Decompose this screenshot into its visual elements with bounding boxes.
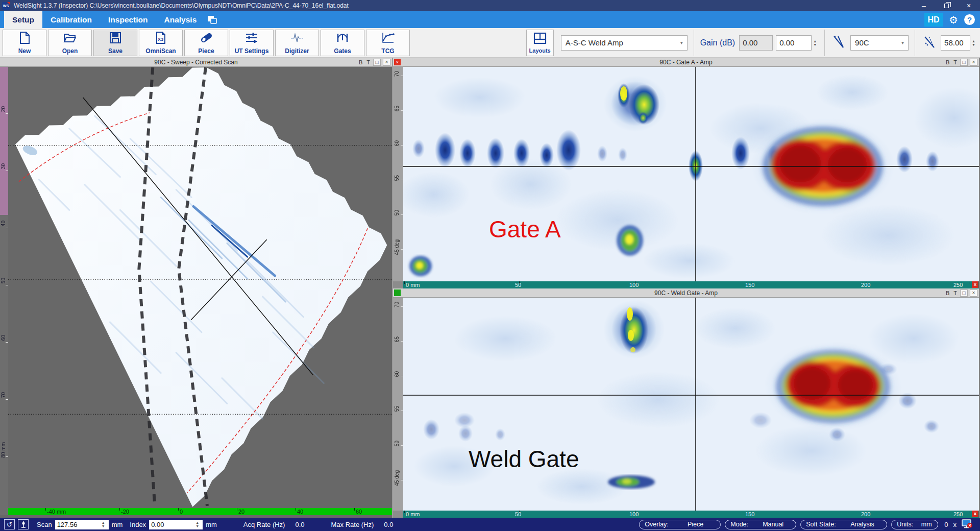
tscan-button[interactable]: T (365, 59, 371, 65)
bscan-button[interactable]: B (945, 59, 950, 65)
mode-pill[interactable]: Mode: Manual (725, 520, 796, 529)
beam-group-select[interactable]: 90C ▾ (850, 35, 909, 51)
index-label: Index (130, 521, 146, 528)
beam-group-icon (831, 35, 846, 51)
overlay-pill[interactable]: Overlay: Piece (639, 520, 721, 529)
statusbar: ↺ Scan 127.56 ▲▼ mm Index 0.00 ▲▼ mm Acq… (0, 518, 980, 531)
probe-position-icon[interactable] (18, 519, 29, 529)
gain-delta-field[interactable]: 0.00 (776, 35, 812, 51)
tscan-button[interactable]: T (952, 290, 958, 296)
weld-gate-cscan-image[interactable]: Weld Gate (403, 298, 979, 511)
sweep-scan-view[interactable]: 20 30 40 50 60 70 80 mm (0, 67, 392, 508)
ruler-corner (393, 511, 403, 518)
layout-preset-select[interactable]: A-S-C Weld Amp ▾ (561, 35, 688, 51)
ruler-label: -20 (121, 509, 129, 515)
index-position-input[interactable]: 0.00 ▲▼ (149, 520, 203, 529)
sweep-panel-header[interactable]: 90C - Sweep - Corrected Scan B T □ × (0, 58, 392, 67)
close-panel-button[interactable]: × (383, 59, 390, 66)
save-button[interactable]: Save (93, 30, 137, 56)
bscan-button[interactable]: B (358, 59, 363, 65)
beam-angle-spinner[interactable]: ▲▼ (970, 35, 977, 51)
hd-badge[interactable]: HD (924, 13, 943, 27)
ruler-label: 70 (394, 302, 400, 307)
acq-rate-value: 0.0 (295, 521, 304, 528)
open-button[interactable]: Open (48, 30, 92, 56)
units-pill[interactable]: Units: mm (891, 520, 938, 529)
gain-spinner[interactable]: ▲▼ (812, 35, 818, 51)
menu-setup[interactable]: Setup (4, 11, 42, 28)
weld-gate-deg-ruler: 70 65 60 55 50 45 deg (393, 298, 403, 511)
ruler-label: 100 (629, 282, 639, 288)
menu-analysis[interactable]: Analysis (156, 11, 205, 28)
ruler-label: 200 (861, 511, 870, 517)
gear-icon[interactable]: ⚙ (949, 14, 958, 26)
sliders-icon (244, 31, 259, 46)
maximize-panel-button[interactable]: □ (960, 289, 968, 297)
status-x: x (953, 521, 957, 528)
gates-button[interactable]: Gates (321, 30, 364, 56)
restore-button[interactable] (935, 0, 958, 11)
mid-indication (617, 225, 643, 256)
ruler-label: 40 (297, 509, 303, 515)
reset-icon[interactable]: ↺ (4, 519, 15, 529)
window-layout-icon[interactable] (207, 11, 218, 28)
help-icon[interactable]: ? (964, 14, 975, 25)
close-button[interactable]: × (958, 0, 980, 11)
menu-inspection[interactable]: Inspection (100, 11, 156, 28)
tcg-button[interactable]: TCG (366, 30, 410, 56)
ruler-label: 50 (515, 511, 521, 517)
close-ruler-button[interactable]: × (972, 281, 978, 288)
ruler-label: 65 (394, 336, 400, 342)
close-panel-button[interactable]: × (970, 59, 977, 66)
tscan-button[interactable]: T (952, 59, 958, 65)
layouts-icon (533, 32, 547, 47)
ruler-label: 50 (1, 278, 6, 283)
gain-label: Gain (dB) (700, 38, 735, 47)
digitizer-button[interactable]: Digitizer (275, 30, 319, 56)
weld-gate-panel: 90C - Weld Gate - Amp B T □ × 70 65 60 5… (393, 288, 979, 518)
layouts-button[interactable]: Layouts (526, 30, 554, 56)
sector-scan-image[interactable] (8, 67, 392, 508)
maximize-panel-button[interactable]: □ (960, 59, 968, 66)
piece-button[interactable]: Piece (184, 30, 228, 56)
ruler-label: 50 (394, 441, 400, 446)
tcg-curve-icon (381, 31, 395, 46)
gate-a-panel: × 90C - Gate A - Amp B T □ × 70 65 60 55… (393, 58, 979, 288)
beam-angle-field[interactable]: 58.00 (941, 35, 970, 51)
ruler-label: 250 (953, 282, 963, 288)
ruler-label: 50 (515, 282, 521, 288)
new-button[interactable]: New (3, 30, 46, 56)
scan-position-input[interactable]: 127.56 ▲▼ (55, 520, 109, 529)
workspace: 90C - Sweep - Corrected Scan B T □ × 20 … (0, 58, 980, 518)
menu-calibration[interactable]: Calibration (42, 11, 100, 28)
ruler-label: 60 (356, 509, 362, 515)
ut-settings-button[interactable]: UT Settings (230, 30, 274, 56)
ruler-label: 70 (1, 392, 6, 398)
weld-gate-panel-header[interactable]: 90C - Weld Gate - Amp B T □ × (393, 288, 979, 298)
ruler-label: 60 (394, 371, 400, 377)
close-ruler-button[interactable]: × (972, 511, 978, 517)
bscan-button[interactable]: B (945, 290, 950, 296)
minimize-button[interactable]: – (913, 0, 935, 11)
sweep-panel-title: 90C - Sweep - Corrected Scan (0, 59, 392, 66)
chevron-down-icon: ▾ (680, 40, 683, 45)
omniscan-button[interactable]: X3 OmniScan (139, 30, 183, 56)
close-panel-button[interactable]: × (970, 289, 977, 297)
ruler-corner (0, 508, 8, 515)
waveform-icon (290, 31, 304, 46)
gate-a-mm-ruler: 0 mm 50 100 150 200 250 × (403, 281, 979, 288)
chevron-down-icon: ▾ (901, 40, 904, 45)
index-spinner[interactable]: ▲▼ (194, 520, 201, 529)
ruler-label: 50 (394, 210, 400, 215)
monitor-disconnected-icon[interactable] (962, 519, 973, 530)
major-defect-blob (764, 342, 902, 431)
gate-a-cscan-image[interactable]: Gate A (403, 67, 979, 281)
maximize-panel-button[interactable]: □ (373, 59, 381, 66)
ruler-label: 45 deg (394, 470, 400, 486)
gate-a-panel-header[interactable]: × 90C - Gate A - Amp B T □ × (393, 58, 979, 67)
ruler-label: 100 (629, 511, 639, 517)
scan-spinner[interactable]: ▲▼ (100, 520, 107, 529)
ruler-label: 60 (1, 335, 6, 341)
soft-state-pill[interactable]: Soft State: Analysis (800, 520, 887, 529)
ruler-label: 0 mm (406, 511, 420, 517)
